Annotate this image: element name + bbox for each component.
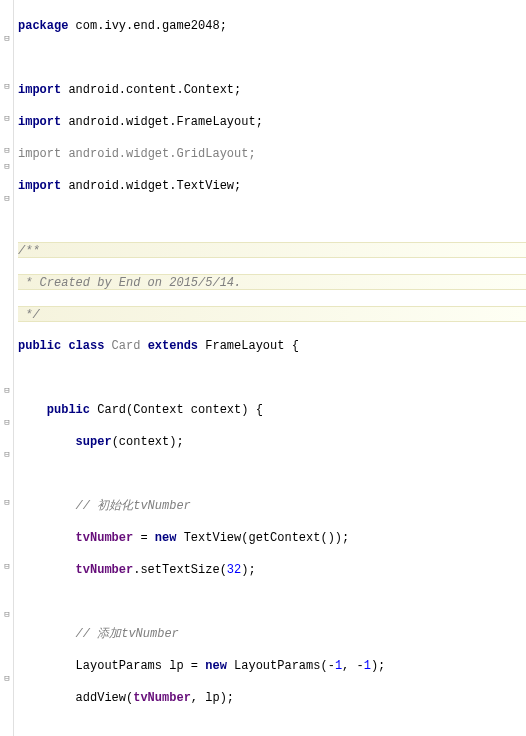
code-line: public Card(Context context) { [18,402,526,418]
code-line: super(context); [18,434,526,450]
code-line: import android.widget.TextView; [18,178,526,194]
fold-icon[interactable]: ⊟ [2,82,12,92]
gutter: ⊟ ⊟ ⊟ ⊟ ⊟ ⊟ ⊟ ⊟ ⊟ ⊟ ⊟ ⊟ ⊟ [0,0,14,736]
fold-icon[interactable]: ⊟ [2,610,12,620]
code-line: // 初始化tvNumber [18,498,526,514]
code-line: addView(tvNumber, lp); [18,690,526,706]
code-line: import android.widget.GridLayout; [18,146,526,162]
fold-icon[interactable]: ⊟ [2,418,12,428]
code-area[interactable]: package com.ivy.end.game2048; import and… [14,0,526,736]
doc-comment: */ [18,306,526,322]
fold-icon[interactable]: ⊟ [2,450,12,460]
code-line: LayoutParams lp = new LayoutParams(-1, -… [18,658,526,674]
code-line: tvNumber = new TextView(getContext()); [18,530,526,546]
fold-icon[interactable]: ⊟ [2,34,12,44]
fold-icon[interactable]: ⊟ [2,498,12,508]
fold-icon[interactable]: ⊟ [2,386,12,396]
code-line: import android.widget.FrameLayout; [18,114,526,130]
code-line: public class Card extends FrameLayout { [18,338,526,354]
fold-icon[interactable]: ⊟ [2,162,12,172]
fold-icon[interactable]: ⊟ [2,146,12,156]
doc-comment: /** [18,242,526,258]
code-line: import android.content.Context; [18,82,526,98]
code-editor: ⊟ ⊟ ⊟ ⊟ ⊟ ⊟ ⊟ ⊟ ⊟ ⊟ ⊟ ⊟ ⊟ package com.iv… [0,0,526,736]
fold-icon[interactable]: ⊟ [2,674,12,684]
code-line: package com.ivy.end.game2048; [18,18,526,34]
code-line: // 添加tvNumber [18,626,526,642]
code-line: tvNumber.setTextSize(32); [18,562,526,578]
doc-comment: * Created by End on 2015/5/14. [18,274,526,290]
fold-icon[interactable]: ⊟ [2,194,12,204]
fold-icon[interactable]: ⊟ [2,114,12,124]
fold-icon[interactable]: ⊟ [2,562,12,572]
